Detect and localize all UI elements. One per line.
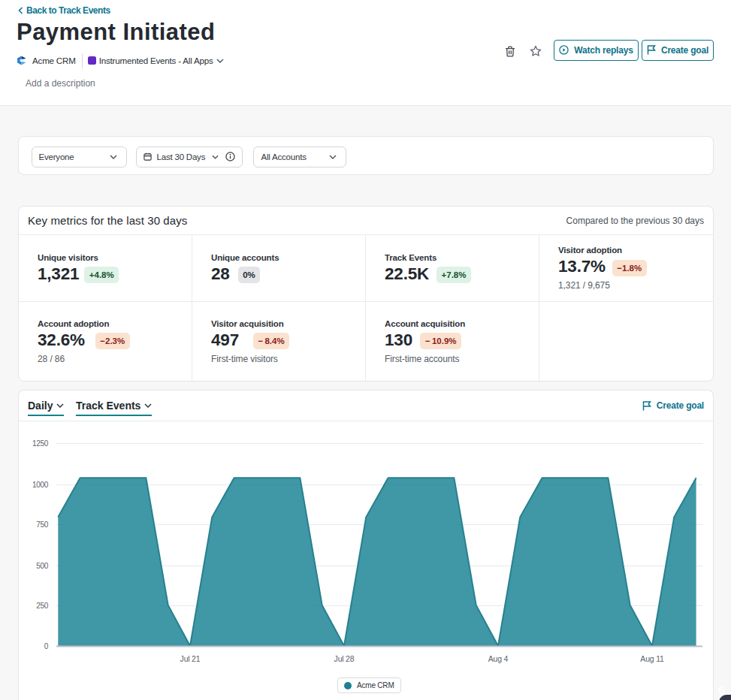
svg-text:Aug 11: Aug 11 bbox=[640, 654, 664, 663]
svg-text:Jul 28: Jul 28 bbox=[334, 654, 355, 663]
svg-text:250: 250 bbox=[36, 602, 49, 610]
svg-text:500: 500 bbox=[36, 562, 49, 570]
svg-text:750: 750 bbox=[36, 520, 49, 529]
svg-text:1000: 1000 bbox=[32, 481, 49, 489]
svg-text:1250: 1250 bbox=[32, 439, 49, 448]
svg-text:Jul 21: Jul 21 bbox=[180, 654, 201, 663]
svg-text:0: 0 bbox=[44, 642, 49, 650]
svg-text:Aug 4: Aug 4 bbox=[488, 654, 509, 663]
